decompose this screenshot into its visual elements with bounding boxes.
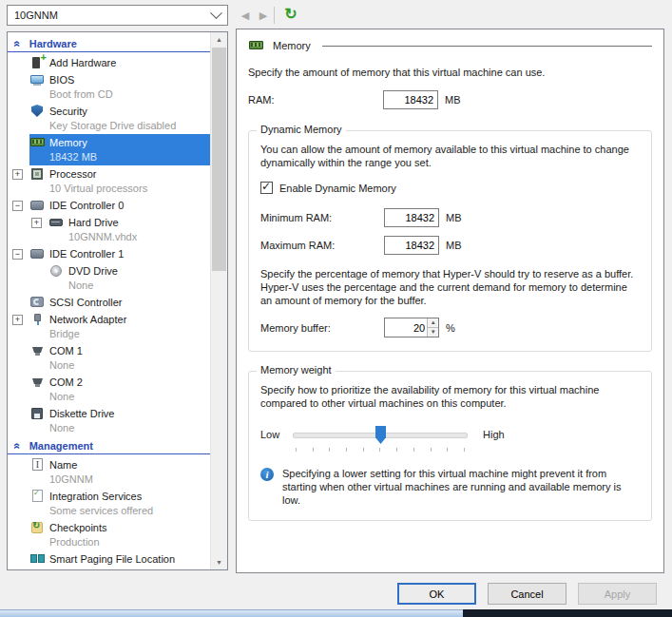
sidebar-item-ide-controller-0[interactable]: − IDE Controller 0 (8, 197, 211, 214)
title-divider (322, 46, 652, 47)
minimum-ram-input[interactable] (384, 208, 439, 227)
expander-toggle[interactable]: − (12, 201, 23, 211)
minimum-ram-label: Minimum RAM: (260, 212, 384, 223)
enable-dynamic-memory-label: Enable Dynamic Memory (279, 183, 396, 194)
memory-buffer-desc: Specify the percentage of memory that Hy… (260, 267, 640, 307)
expander-toggle[interactable]: − (12, 249, 23, 260)
memory-weight-note: Specifying a lower setting for this virt… (282, 467, 640, 507)
services-icon (29, 490, 46, 503)
collapse-chevron-icon: « (12, 41, 22, 48)
name-icon (29, 458, 46, 472)
processor-icon (29, 167, 46, 181)
maximum-ram-label: Maximum RAM: (260, 240, 384, 251)
ide-icon (29, 199, 46, 212)
floppy-icon (29, 407, 46, 420)
bottom-edge-light-segment (0, 609, 463, 617)
checkpoints-icon (29, 521, 46, 534)
expander-toggle[interactable]: + (12, 315, 23, 325)
ram-input[interactable] (383, 90, 438, 109)
sidebar-scrollbar[interactable]: ▲ ▼ (210, 32, 227, 569)
sidebar-item-diskette-drive[interactable]: Diskette Drive None (8, 405, 211, 436)
apply-button[interactable]: Apply (578, 583, 657, 605)
com-icon (29, 376, 46, 389)
forward-button[interactable]: ▶ (256, 8, 271, 23)
slider-low-label: Low (260, 429, 293, 440)
dvd-icon (48, 264, 65, 278)
memory-settings-panel: Memory Specify the amount of memory that… (236, 29, 664, 573)
memory-weight-slider[interactable] (293, 425, 468, 444)
memory-weight-slider-thumb[interactable] (375, 426, 386, 444)
memory-weight-group-title: Memory weight (257, 364, 336, 376)
minimum-ram-unit: MB (446, 212, 462, 223)
bottom-window-edge (0, 609, 672, 617)
maximum-ram-input[interactable] (384, 236, 439, 255)
sidebar-item-network-adapter[interactable]: + Network Adapter Bridge (8, 311, 211, 342)
minimum-ram-row: Minimum RAM: MB (260, 208, 640, 227)
dynamic-memory-group-title: Dynamic Memory (257, 124, 346, 135)
settings-sidebar: « Hardware Add Hardware BIOS Boot from C… (7, 31, 228, 570)
ram-label: RAM: (248, 94, 383, 106)
cancel-button[interactable]: Cancel (488, 583, 566, 605)
sidebar-item-add-hardware[interactable]: Add Hardware (8, 54, 211, 71)
spinner-down-arrow-icon[interactable]: ▼ (428, 327, 438, 337)
dynamic-memory-desc: You can allow the amount of memory avail… (260, 143, 640, 169)
sidebar-item-dvd-drive[interactable]: DVD Drive None (8, 262, 211, 294)
memory-weight-slider-row: Low High (260, 425, 640, 444)
top-toolbar: 10GNNM ◀ ▶ ↻ (0, 0, 672, 31)
memory-weight-note-row: i Specifying a lower setting for this vi… (260, 467, 640, 507)
sidebar-list: « Hardware Add Hardware BIOS Boot from C… (8, 32, 211, 569)
sidebar-item-checkpoints[interactable]: Checkpoints Production (8, 519, 211, 550)
scroll-up-arrow-icon[interactable]: ▲ (211, 32, 227, 47)
maximum-ram-unit: MB (446, 240, 462, 251)
memory-icon (29, 136, 46, 149)
memory-buffer-unit: % (446, 322, 455, 334)
dynamic-memory-group: Dynamic Memory You can allow the amount … (248, 130, 652, 352)
com-icon (29, 344, 46, 357)
sidebar-section-header[interactable]: « Hardware (8, 36, 211, 52)
scrollbar-thumb[interactable] (212, 48, 226, 271)
memory-buffer-label: Memory buffer: (260, 322, 384, 334)
sidebar-item-com-2[interactable]: COM 2 None (8, 374, 211, 405)
ok-button[interactable]: OK (397, 583, 476, 605)
refresh-button[interactable]: ↻ (282, 5, 299, 24)
sidebar-item-bios[interactable]: BIOS Boot from CD (8, 71, 211, 103)
enable-dynamic-memory-checkbox[interactable] (260, 182, 273, 194)
info-icon: i (260, 468, 274, 481)
spinner-up-arrow-icon[interactable]: ▲ (428, 318, 438, 327)
hard-drive-icon (48, 216, 65, 229)
bottom-edge-dark-segment (463, 609, 672, 617)
sidebar-item-ide-controller-1[interactable]: − IDE Controller 1 (8, 245, 211, 262)
slider-high-label: High (483, 429, 505, 440)
sidebar-item-memory[interactable]: Memory 18432 MB (8, 134, 211, 165)
memory-weight-desc: Specify how to prioritize the availabili… (260, 383, 640, 410)
sidebar-item-hard-drive[interactable]: + Hard Drive 10GNNM.vhdx (8, 214, 211, 245)
sidebar-item-name[interactable]: Name 10GNNM (8, 456, 211, 488)
bios-icon (29, 73, 46, 87)
sidebar-item-com-1[interactable]: COM 1 None (8, 342, 211, 374)
memory-buffer-spinner: ▲ ▼ (384, 318, 439, 337)
sidebar-section-header[interactable]: « Management (8, 438, 211, 454)
back-button[interactable]: ◀ (238, 8, 253, 23)
expander-toggle[interactable]: + (12, 169, 23, 180)
vm-selector-dropdown[interactable]: 10GNNM (7, 5, 228, 26)
sidebar-item-scsi-controller[interactable]: SCSI Controller (8, 294, 211, 311)
sidebar-section-label: Management (29, 440, 93, 452)
scroll-down-arrow-icon[interactable]: ▼ (211, 555, 227, 569)
collapse-chevron-icon: « (12, 443, 22, 450)
sidebar-item-integration-services[interactable]: Integration Services Some services offer… (8, 488, 211, 519)
memory-intro-text: Specify the amount of memory that this v… (248, 66, 652, 79)
sidebar-item-smart-paging-file-location[interactable]: Smart Paging File Location C:\ProgramDat… (8, 550, 211, 569)
enable-dynamic-memory-row[interactable]: Enable Dynamic Memory (260, 182, 640, 194)
add-hardware-icon (29, 56, 46, 69)
scsi-icon (29, 296, 46, 309)
expander-toggle[interactable]: + (31, 218, 42, 228)
sidebar-item-processor[interactable]: + Processor 10 Virtual processors (8, 165, 211, 197)
network-icon (29, 313, 46, 326)
toolbar-separator (274, 7, 275, 24)
sidebar-item-security[interactable]: Security Key Storage Drive disabled (8, 103, 211, 134)
ram-unit: MB (445, 94, 461, 106)
memory-icon (248, 39, 265, 52)
memory-buffer-input[interactable] (385, 318, 427, 337)
page-title: Memory (273, 40, 311, 51)
maximum-ram-row: Maximum RAM: MB (260, 236, 640, 255)
